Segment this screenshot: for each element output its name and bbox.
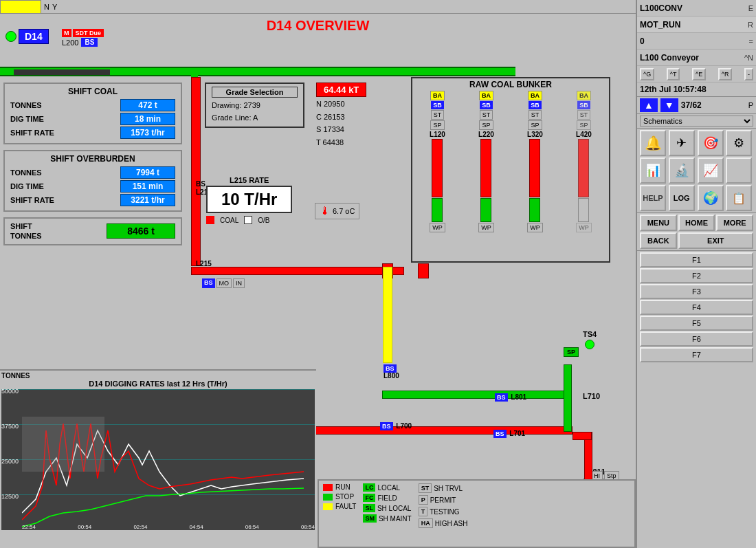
shift-coal-tonnes-label: TONNES — [10, 101, 42, 109]
exit-btn[interactable]: EXIT — [678, 232, 753, 249]
chart-x-labels: 22:54 00:54 02:54 04:54 06:54 08:54 — [22, 524, 315, 530]
menu-btn[interactable]: MENU — [640, 215, 677, 231]
l215-rate-area: L215 RATE 10 T/Hr COAL O/B — [206, 176, 292, 224]
f2-btn[interactable]: F2 — [640, 268, 753, 283]
pipe-l120-green — [432, 198, 443, 222]
sp-l120[interactable]: SP — [430, 120, 444, 130]
settings-icon-btn[interactable]: ⚙ — [726, 130, 752, 156]
pipe-l215-horiz — [191, 267, 404, 275]
f5-btn[interactable]: F5 — [640, 316, 753, 331]
sb-l120[interactable]: SB — [431, 101, 444, 109]
ba-l220[interactable]: BA — [479, 91, 493, 100]
target-icon-btn[interactable]: 🎯 — [698, 130, 724, 156]
bars-icon-btn[interactable]: 📊 — [640, 157, 666, 184]
alarm-icon-btn[interactable]: 🔔 — [640, 130, 666, 156]
m-badge: M — [62, 29, 71, 37]
bs-l700-badge[interactable]: BS — [380, 422, 393, 430]
wp-l220[interactable]: WP — [478, 223, 494, 232]
raw-coal-bunker: RAW COAL BUNKER BA SB ST SP L120 WP BA — [411, 77, 610, 263]
sb-l420[interactable]: SB — [577, 101, 590, 109]
coal-square — [206, 216, 214, 224]
rp-dash-btn[interactable]: - — [744, 68, 753, 80]
sp-btn[interactable]: SP — [564, 347, 579, 357]
rp-p-key: P — [748, 101, 753, 109]
log-icon-btn[interactable]: LOG — [669, 185, 695, 211]
chart-svg — [22, 389, 315, 530]
legend-ha: HA HIGH ASH — [419, 518, 468, 528]
sb-l320[interactable]: SB — [529, 101, 542, 109]
help-icon-btn[interactable]: HELP — [640, 185, 666, 211]
microscope-icon-btn[interactable]: 🔬 — [669, 157, 695, 184]
p-badge: P — [419, 495, 428, 505]
back-btn[interactable]: BACK — [640, 232, 677, 249]
sp-l220[interactable]: SP — [479, 120, 493, 130]
wp-l420[interactable]: WP — [576, 223, 592, 232]
shift-ob-box: SHIFT OVERBURDEN TONNES 7994 t DIG TIME … — [3, 150, 182, 212]
pipe-vert-left — [191, 77, 201, 266]
shift-ob-tonnes-label: TONNES — [10, 168, 42, 177]
st-l320[interactable]: ST — [529, 110, 542, 120]
st-l120[interactable]: ST — [431, 110, 445, 120]
pipe-l215-junction2 — [418, 263, 429, 278]
bunker-col-l420: BA SB ST SP L420 WP — [576, 91, 592, 232]
st-l220[interactable]: ST — [480, 110, 493, 120]
label-l220: L220 — [478, 131, 494, 138]
qap-icon-btn[interactable]: 🌍 — [698, 185, 724, 211]
pipe-l320 — [529, 139, 540, 197]
rp-l100conv2-row: L100 Conveyor ^N — [637, 50, 756, 66]
arrow-up-btn[interactable]: ▲ — [640, 98, 658, 112]
chart-icon-btn[interactable]: 📈 — [698, 157, 724, 184]
blank-icon-btn[interactable] — [726, 157, 752, 184]
st-badge: ST — [419, 483, 432, 493]
f3-btn[interactable]: F3 — [640, 284, 753, 299]
mo-l215-btn[interactable]: MO — [216, 278, 232, 288]
rp-equals-key: = — [749, 37, 753, 45]
shift-coal-panel: SHIFT COAL TONNES 472 t DIG TIME 18 min … — [3, 83, 182, 245]
rp-t-btn[interactable]: ^T — [667, 68, 680, 80]
d14-indicator: D14 — [5, 29, 49, 44]
plane-icon-btn[interactable]: ✈ — [669, 130, 695, 156]
bs-l800-area: BS L800 — [383, 364, 399, 380]
shift-coal-rate-label: SHIFT RATE — [10, 129, 54, 137]
rp-motrun-row[interactable]: MOT_RUN R — [637, 17, 756, 33]
home-btn[interactable]: HOME — [678, 215, 715, 231]
x6: 08:54 — [301, 524, 315, 530]
bs-l215-btn[interactable]: BS — [202, 278, 215, 288]
st-l420[interactable]: ST — [577, 110, 591, 120]
pipe-l800-horiz — [382, 391, 564, 399]
legend-fault: FAULT — [323, 503, 356, 510]
rp-g-btn[interactable]: ^G — [640, 68, 654, 80]
rp-bottom-btns: MENU HOME MORE BACK EXIT — [637, 213, 756, 251]
f4-btn[interactable]: F4 — [640, 300, 753, 315]
legend-area: RUN STOP FAULT LC LOCAL FC — [318, 479, 636, 548]
f1-btn[interactable]: F1 — [640, 252, 753, 267]
schematics-select[interactable]: Schematics — [640, 116, 753, 127]
in-l215-btn[interactable]: IN — [233, 278, 245, 288]
more-btn[interactable]: MORE — [716, 215, 753, 231]
t-label-text: TESTING — [430, 508, 459, 516]
chart-shade-region — [22, 417, 104, 472]
ba-l320[interactable]: BA — [528, 91, 542, 100]
rp-l100conv2-label: L100 Conveyor — [640, 53, 699, 63]
sp-l320[interactable]: SP — [528, 120, 542, 130]
f7-btn[interactable]: F7 — [640, 347, 753, 362]
arrow-down-btn[interactable]: ▼ — [660, 98, 678, 112]
p-label-text: PERMIT — [430, 496, 456, 504]
rp-arrows-row: ▲ ▼ 37/62 P — [637, 97, 756, 114]
rp-r-btn[interactable]: ^R — [718, 68, 733, 80]
bs-l701-badge[interactable]: BS — [493, 430, 507, 438]
bs-l801-badge[interactable]: BS — [495, 393, 508, 402]
document-icon-btn[interactable]: 📋 — [726, 185, 752, 211]
temp-value: 6.7 oC — [333, 207, 355, 215]
sb-l220[interactable]: SB — [480, 101, 493, 109]
wp-l320[interactable]: WP — [527, 223, 543, 232]
raw-coal-title: RAW COAL BUNKER — [412, 78, 609, 91]
d14-label[interactable]: D14 — [19, 29, 49, 44]
rp-e-btn[interactable]: ^E — [692, 68, 706, 80]
ba-l120[interactable]: BA — [430, 91, 445, 100]
sp-l420[interactable]: SP — [577, 120, 590, 130]
wp-l120[interactable]: WP — [430, 223, 445, 232]
d14-green-dot — [5, 31, 16, 42]
ba-l420[interactable]: BA — [577, 91, 591, 100]
f6-btn[interactable]: F6 — [640, 331, 753, 347]
